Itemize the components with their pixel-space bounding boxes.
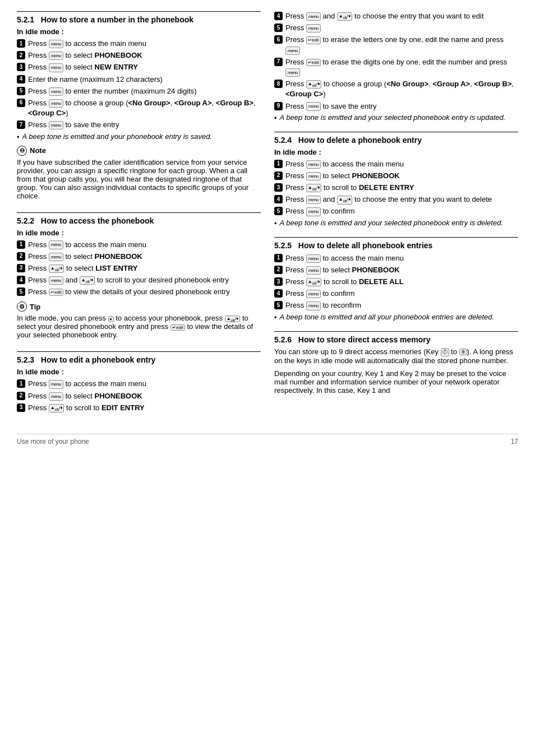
- menu-key-icon: menu: [306, 12, 321, 21]
- nav-key-icon: ▲ok/♦: [49, 404, 64, 412]
- step-item: 5 Press ↵edit to view the details of you…: [17, 287, 261, 297]
- key9-icon: ⑨: [459, 349, 467, 355]
- section-524-steps: 1 Press menu to access the main menu 2 P…: [274, 159, 518, 217]
- menu-key-icon: menu: [49, 253, 63, 261]
- del-key-icon2: ↵edit: [170, 324, 185, 331]
- step-item: 6 Press ↵edit to erase the letters one b…: [274, 35, 518, 55]
- section-522-subtitle: In idle mode :: [17, 229, 261, 237]
- menu-key-icon: menu: [306, 160, 321, 169]
- left-column: 5.2.1 How to store a number in the phone…: [17, 11, 261, 423]
- menu-key-icon: menu: [306, 290, 321, 298]
- section-521: 5.2.1 How to store a number in the phone…: [17, 11, 261, 205]
- menu-key-icon: menu: [49, 392, 63, 401]
- step-item: 7 Press ↵edit to erase the digits one by…: [274, 57, 518, 77]
- step-item: 5 Press menu to reconfirm: [274, 300, 518, 310]
- step-item: 4 Press menu to confirm: [274, 289, 518, 299]
- page-footer: Use more of your phone 17: [17, 434, 518, 446]
- nav-key-icon: ▲ok/♦: [306, 80, 322, 89]
- footer-left: Use more of your phone: [17, 438, 89, 446]
- menu-key-icon: menu: [306, 102, 321, 110]
- del-key-icon: ↵edit: [306, 59, 321, 66]
- step-item: 4 Press menu and ▲ok/♦ to scroll to your…: [17, 275, 261, 285]
- menu-key-icon: menu: [306, 254, 321, 263]
- menu-key-icon: menu: [285, 68, 300, 77]
- section-523-subtitle: In idle mode :: [17, 368, 261, 376]
- menu-key-icon: menu: [49, 276, 63, 285]
- step-item: 7 Press menu to save the entry: [17, 120, 261, 130]
- step-item: 1 Press menu to access the main menu: [274, 253, 518, 263]
- section-523-steps: 1 Press menu to access the main menu 2 P…: [17, 379, 261, 413]
- note-521: ⊖ Note If you have subscribed the caller…: [17, 146, 261, 200]
- section-525-title: 5.2.5 How to delete all phonebook entrie…: [274, 237, 518, 250]
- menu-key-icon: menu: [49, 52, 63, 60]
- step-item: 4 Press menu and ▲ok/♦ to choose the ent…: [274, 11, 518, 21]
- nav-key-icon: ▲ok/♦: [306, 278, 322, 286]
- nav-key-icon: ▲ok/♦: [49, 265, 64, 273]
- menu-key-icon: menu: [49, 240, 63, 249]
- section-522-title: 5.2.2 How to access the phonebook: [17, 212, 261, 225]
- bullet-521: • A beep tone is emitted and your phoneb…: [17, 132, 261, 141]
- step-item: 9 Press menu to save the entry: [274, 101, 518, 112]
- menu-key-icon: menu: [285, 47, 300, 55]
- right-column: 4 Press menu and ▲ok/♦ to choose the ent…: [274, 11, 518, 423]
- menu-key-icon: menu: [49, 99, 63, 108]
- del-key-icon: ↵edit: [49, 289, 63, 296]
- menu-key-icon: menu: [306, 24, 321, 33]
- step-item: 1 Press menu to access the main menu: [17, 240, 261, 250]
- section-521-steps: 1 Press menu to access the main menu 2 P…: [17, 39, 261, 131]
- menu-key-icon: menu: [49, 40, 63, 48]
- del-key-icon: ↵edit: [306, 36, 321, 44]
- section-526-text2: Depending on your country, Key 1 and Key…: [274, 369, 518, 395]
- menu-key-icon: menu: [306, 172, 321, 180]
- tip-icon: ⚙: [17, 302, 27, 312]
- section-524-subtitle: In idle mode :: [274, 148, 518, 156]
- section-526-text1: You can store up to 9 direct access memo…: [274, 347, 518, 365]
- section-526-title: 5.2.6 How to store direct access memory: [274, 331, 518, 344]
- section-523: 5.2.3 How to edit a phonebook entry In i…: [17, 351, 261, 415]
- menu-key-icon: menu: [306, 196, 321, 204]
- section-524-title: 5.2.4 How to delete a phonebook entry: [274, 132, 518, 145]
- menu-key-icon: menu: [306, 266, 321, 275]
- step-item: 2 Press menu to select PHONEBOOK: [17, 391, 261, 401]
- section-526: 5.2.6 How to store direct access memory …: [274, 331, 518, 395]
- step-item: 1 Press menu to access the main menu: [17, 39, 261, 49]
- step-item: 3 Press menu to select NEW ENTRY: [17, 62, 261, 72]
- nav-key-icon2: ♦: [108, 316, 114, 322]
- step-item: 8 Press ▲ok/♦ to choose a group (<No Gro…: [274, 79, 518, 99]
- menu-key-icon: menu: [49, 121, 63, 129]
- nav-key-icon: ▲ok/♦: [337, 12, 353, 21]
- step-item: 1 Press menu to access the main menu: [17, 379, 261, 389]
- section-523-cont-steps: 4 Press menu and ▲ok/♦ to choose the ent…: [274, 11, 518, 112]
- menu-key-icon: menu: [306, 302, 321, 310]
- footer-right: 17: [511, 438, 518, 446]
- section-522: 5.2.2 How to access the phonebook In idl…: [17, 212, 261, 344]
- step-item: 5 Press menu to enter the number (maximu…: [17, 86, 261, 96]
- section-525-steps: 1 Press menu to access the main menu 2 P…: [274, 253, 518, 311]
- step-item: 4 Enter the name (maximum 12 characters): [17, 75, 261, 85]
- bullet-524: • A beep tone is emitted and your select…: [274, 219, 518, 228]
- nav-key-icon: ▲ok/♦: [306, 184, 322, 192]
- step-item: 5 Press menu: [274, 23, 518, 33]
- step-item: 2 Press menu to select PHONEBOOK: [17, 50, 261, 61]
- step-item: 2 Press menu to select PHONEBOOK: [274, 171, 518, 181]
- note-text: If you have subscribed the caller identi…: [17, 158, 261, 200]
- menu-key-icon: menu: [49, 380, 63, 388]
- section-524: 5.2.4 How to delete a phonebook entry In…: [274, 132, 518, 229]
- section-525: 5.2.5 How to delete all phonebook entrie…: [274, 237, 518, 323]
- step-item: 3 Press ▲ok/♦ to scroll to DELETE ALL: [274, 277, 518, 287]
- note-header: ⊖ Note: [17, 146, 261, 156]
- menu-key-icon: menu: [306, 207, 321, 216]
- nav-key-icon: ▲ok/♦: [337, 196, 353, 204]
- step-item: 2 Press menu to select PHONEBOOK: [274, 265, 518, 275]
- bullet-523: • A beep tone is emitted and your select…: [274, 113, 518, 122]
- note-icon: ⊖: [17, 146, 27, 156]
- menu-key-icon: menu: [49, 63, 63, 72]
- section-523-title: 5.2.3 How to edit a phonebook entry: [17, 351, 261, 364]
- menu-key-icon: menu: [49, 87, 63, 96]
- tip-text: In idle mode, you can press ♦ to access …: [17, 314, 261, 339]
- step-item: 2 Press menu to select PHONEBOOK: [17, 252, 261, 262]
- nav-key-icon3: ▲ok/♦: [225, 316, 241, 323]
- step-item: 4 Press menu and ▲ok/♦ to choose the ent…: [274, 194, 518, 205]
- step-item: 3 Press ▲ok/♦ to select LIST ENTRY: [17, 263, 261, 273]
- step-item: 3 Press ▲ok/♦ to scroll to DELETE ENTRY: [274, 183, 518, 193]
